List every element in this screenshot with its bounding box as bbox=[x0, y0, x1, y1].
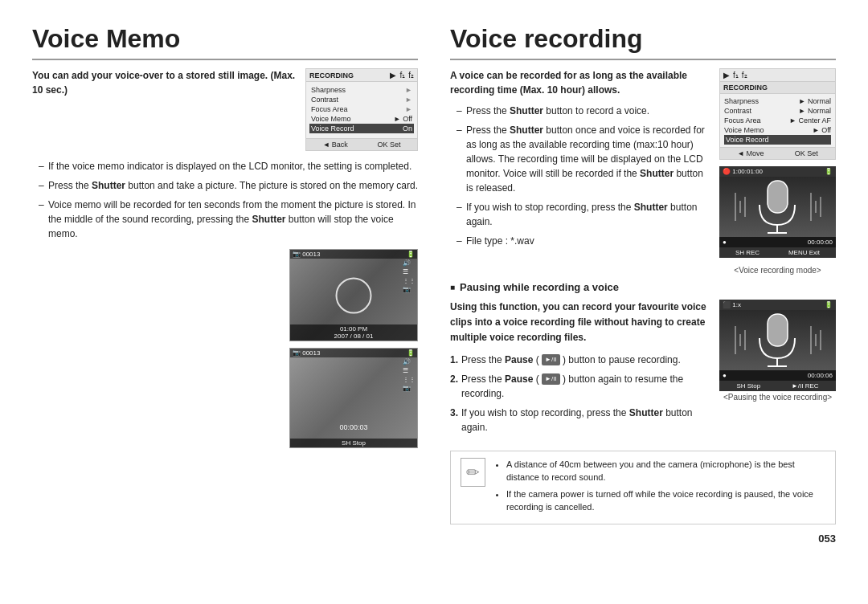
pause-screen-container: ⬛ 1:x 🔋 bbox=[719, 300, 836, 402]
pause-caption: <Pausing the voice recording> bbox=[723, 393, 832, 402]
bullet-1: If the voice memo indicator is displayed… bbox=[39, 159, 418, 173]
f2-icon: f₂ bbox=[408, 71, 414, 80]
note-2: If the camera power is turned off while … bbox=[506, 488, 825, 514]
recording-mode-caption: <Voice recording mode> bbox=[719, 266, 836, 275]
pause-section-title: Pausing while recording a voice bbox=[450, 281, 836, 293]
voice-memo-bullets: If the voice memo indicator is displayed… bbox=[32, 159, 418, 241]
pause-step-3: 3. If you wish to stop recording, press … bbox=[450, 406, 711, 435]
note-1: A distance of 40cm between you and the c… bbox=[506, 458, 825, 484]
voice-recording-intro-block: A voice can be recorded for as long as t… bbox=[450, 68, 836, 275]
pause-waveform-svg bbox=[719, 310, 836, 370]
pause-step-2: 2. Press the Pause ( ►/II ) button again… bbox=[450, 372, 711, 401]
svg-rect-0 bbox=[768, 181, 788, 213]
voice-recording-title: Voice recording bbox=[450, 24, 836, 60]
vr-bullet-3: If you wish to stop recording, press the… bbox=[457, 200, 711, 229]
menu-row-sharpness: Sharpness► bbox=[309, 85, 414, 95]
vr-bullet-1: Press the Shutter button to record a voi… bbox=[457, 104, 711, 118]
voice-memo-title: Voice Memo bbox=[32, 24, 418, 60]
voice-recording-section: Voice recording A voice can be recorded … bbox=[450, 24, 836, 545]
play-icon: ▶ bbox=[390, 71, 396, 80]
bullet-2: Press the Shutter button and take a pict… bbox=[39, 178, 418, 193]
voice-memo-intro: You can add your voice-over to a stored … bbox=[32, 68, 296, 97]
note-box: ✏ A distance of 40cm between you and the… bbox=[450, 451, 836, 524]
note-icon: ✏ bbox=[461, 458, 485, 487]
menu-back: ◄ Back bbox=[322, 141, 347, 149]
waveform-svg bbox=[719, 177, 836, 237]
voice-memo-menu-screen: RECORDING ▶ f₁ f₂ Sharpness► Contrast► bbox=[305, 68, 418, 151]
pause-steps: 1. Press the Pause ( ►/II ) button to pa… bbox=[450, 353, 711, 435]
recording-active-screen: 🔴 1:00:01:00 🔋 bbox=[719, 166, 836, 258]
vr-bullet-2: Press the Shutter button once and voice … bbox=[457, 123, 711, 195]
svg-rect-9 bbox=[768, 314, 788, 346]
note-bullets: A distance of 40cm between you and the c… bbox=[493, 458, 825, 517]
voice-recording-screens: ▶f₁f₂ RECORDING Sharpness► Normal Contra… bbox=[719, 68, 836, 275]
menu-row-voice-record: Voice RecordOn bbox=[309, 124, 414, 133]
menu-row-focus: Focus Area► bbox=[309, 104, 414, 114]
f1-icon: f₁ bbox=[399, 71, 405, 80]
voice-memo-photo2: 📷 00013 🔋 🔊 ☰ ⋮⋮ 📷 00:00:03 SH Stop bbox=[289, 348, 418, 448]
voice-memo-photo1: 📷 00013 🔋 🔊 ☰ ⋮⋮ 📷 01:00 PM 2007 / 08 / … bbox=[289, 249, 418, 341]
vr-bullet-4: File type : *.wav bbox=[457, 234, 711, 248]
voice-memo-intro-block: You can add your voice-over to a stored … bbox=[32, 68, 418, 151]
menu-ok: OK Set bbox=[378, 141, 401, 149]
voice-memo-photos: 📷 00013 🔋 🔊 ☰ ⋮⋮ 📷 01:00 PM 2007 / 08 / … bbox=[32, 249, 418, 448]
pause-intro: Using this function, you can record your… bbox=[450, 300, 711, 346]
voice-memo-section: Voice Memo You can add your voice-over t… bbox=[32, 24, 418, 545]
bullet-3: Voice memo will be recorded for ten seco… bbox=[39, 198, 418, 241]
voice-recording-bullets: Press the Shutter button to record a voi… bbox=[450, 104, 711, 248]
menu-label: RECORDING bbox=[309, 71, 354, 80]
recording-menu-screen: ▶f₁f₂ RECORDING Sharpness► Normal Contra… bbox=[719, 68, 836, 160]
page-number: 053 bbox=[450, 533, 836, 545]
pause-step-1: 1. Press the Pause ( ►/II ) button to pa… bbox=[450, 353, 711, 367]
pause-section: Pausing while recording a voice Using th… bbox=[450, 281, 836, 443]
menu-row-voice-memo: Voice Memo► Off bbox=[309, 114, 414, 124]
pause-active-screen: ⬛ 1:x 🔋 bbox=[719, 300, 836, 391]
menu-row-contrast: Contrast► bbox=[309, 95, 414, 104]
voice-recording-intro: A voice can be recorded for as long as t… bbox=[450, 68, 711, 97]
